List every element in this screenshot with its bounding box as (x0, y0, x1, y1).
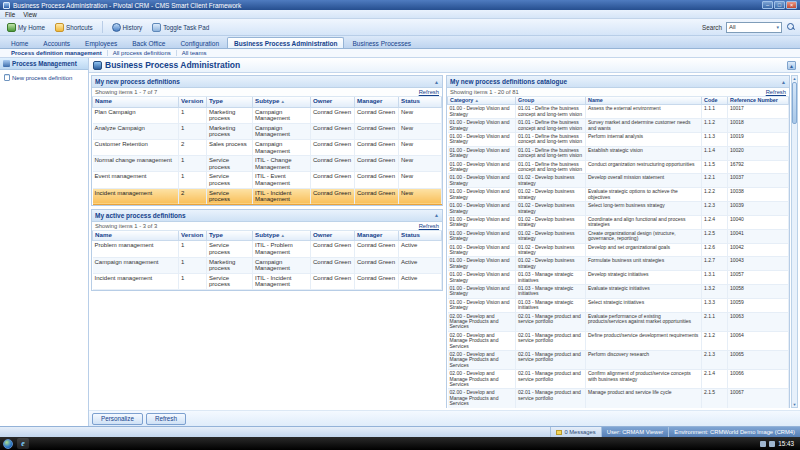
ribbon-tab[interactable]: Back Office (125, 37, 172, 48)
panel-header[interactable]: My active process definitions ▲ (92, 210, 442, 222)
table-row[interactable]: 01.00 - Develop Vision and Strategy01.02… (448, 188, 789, 202)
table-row[interactable]: 01.00 - Develop Vision and Strategy01.03… (448, 284, 789, 298)
table-row[interactable]: Normal change management1Service process… (93, 156, 442, 172)
column-header[interactable]: Subtype▲ (253, 231, 311, 241)
table-row[interactable]: 01.00 - Develop Vision and Strategy01.02… (448, 257, 789, 271)
collapse-icon[interactable]: ▲ (434, 212, 439, 218)
table-row[interactable]: Campaign management1Marketing processCam… (93, 257, 442, 273)
table-cell: 10057 (728, 271, 789, 285)
subnav-link[interactable]: All teams (176, 50, 212, 56)
column-header[interactable]: Status (399, 97, 442, 107)
column-header[interactable]: Name (93, 231, 179, 241)
table-cell: 1.2.6 (702, 243, 728, 257)
table-row[interactable]: Event management1Service processITIL - E… (93, 172, 442, 188)
column-header[interactable]: Category▲ (448, 97, 516, 105)
table-row[interactable]: 01.00 - Develop Vision and Strategy01.02… (448, 229, 789, 243)
column-header[interactable]: Reference Number (728, 97, 789, 105)
search-scope-select[interactable]: All ▾ (726, 22, 782, 33)
subnav-link[interactable]: Process definition management (6, 50, 107, 56)
table-cell: 01.02 - Develop business strategy (516, 174, 586, 188)
table-row[interactable]: Incident management2Service processITIL … (93, 188, 442, 204)
panel-header[interactable]: My new process definitions ▲ (92, 76, 442, 88)
table-row[interactable]: Incident management1Service processITIL … (93, 273, 442, 289)
ribbon-tab[interactable]: Configuration (173, 37, 226, 48)
table-row[interactable]: 01.00 - Develop Vision and Strategy01.01… (448, 160, 789, 174)
ribbon-tab[interactable]: Accounts (36, 37, 77, 48)
table-row[interactable]: 01.00 - Develop Vision and Strategy01.01… (448, 105, 789, 119)
internet-explorer-icon[interactable]: e (17, 438, 29, 449)
menu-file[interactable]: File (5, 11, 15, 18)
personalize-button[interactable]: Personalize (92, 413, 143, 425)
messages-status[interactable]: 0 Messages (550, 427, 600, 437)
table-row[interactable]: 01.00 - Develop Vision and Strategy01.02… (448, 202, 789, 216)
column-header[interactable]: Group (516, 97, 586, 105)
collapse-icon[interactable]: ▲ (434, 79, 439, 85)
column-header[interactable]: Version (179, 231, 207, 241)
taskbar-clock[interactable]: 15:43 (778, 440, 794, 447)
panel-header[interactable]: My new process definitions catalogue ▲ (447, 76, 789, 88)
refresh-link[interactable]: Refresh (419, 89, 439, 95)
collapse-icon[interactable]: ▲ (781, 79, 786, 85)
tray-icon[interactable] (760, 441, 766, 447)
table-cell: 01.00 - Develop Vision and Strategy (448, 119, 516, 133)
column-header[interactable]: Manager (355, 97, 399, 107)
column-header[interactable]: Name (93, 97, 179, 107)
column-header[interactable]: Name (586, 97, 702, 105)
table-cell: 1.1.4 (702, 146, 728, 160)
toggle-task-pad-button[interactable]: Toggle Task Pad (149, 22, 212, 33)
table-row[interactable]: Customer Retention2Sales processCampaign… (93, 139, 442, 155)
close-icon[interactable]: × (786, 1, 797, 9)
column-header[interactable]: Type (207, 97, 253, 107)
sidebar-item-new-process-definition[interactable]: New process definition (2, 73, 86, 82)
table-cell: Marketing process (207, 257, 253, 273)
column-header[interactable]: Owner (311, 231, 355, 241)
table-row[interactable]: 01.00 - Develop Vision and Strategy01.03… (448, 271, 789, 285)
table-row[interactable]: 01.00 - Develop Vision and Strategy01.02… (448, 174, 789, 188)
my-home-button[interactable]: My Home (4, 22, 48, 33)
table-row[interactable]: Problem management1Service processITIL -… (93, 241, 442, 257)
column-header[interactable]: Version (179, 97, 207, 107)
table-row[interactable]: Analyze Campaign1Marketing processCampai… (93, 123, 442, 139)
table-row[interactable]: 01.00 - Develop Vision and Strategy01.03… (448, 298, 789, 312)
column-header[interactable]: Subtype▲ (253, 97, 311, 107)
scroll-down-icon[interactable]: ▼ (793, 402, 797, 407)
table-row[interactable]: Plan Campaign1Marketing processCampaign … (93, 107, 442, 123)
table-row[interactable]: 02.00 - Develop and Manage Products and … (448, 389, 789, 408)
minimize-icon[interactable]: – (762, 1, 773, 9)
maximize-icon[interactable]: □ (774, 1, 785, 9)
scrollbar-thumb[interactable] (792, 82, 797, 124)
menu-view[interactable]: View (23, 11, 37, 18)
column-header[interactable]: Type (207, 231, 253, 241)
search-icon[interactable] (786, 22, 796, 32)
column-header[interactable]: Status (399, 231, 442, 241)
table-row[interactable]: 01.00 - Develop Vision and Strategy01.02… (448, 243, 789, 257)
column-header[interactable]: Owner (311, 97, 355, 107)
window-titlebar: Business Process Administration - Pivota… (0, 0, 800, 10)
refresh-button[interactable]: Refresh (146, 413, 186, 425)
table-row[interactable]: 02.00 - Develop and Manage Products and … (448, 312, 789, 331)
table-row[interactable]: 02.00 - Develop and Manage Products and … (448, 351, 789, 370)
ribbon-tab[interactable]: Employees (78, 37, 124, 48)
shortcuts-button[interactable]: Shortcuts (52, 22, 96, 33)
column-header[interactable]: Manager (355, 231, 399, 241)
vertical-scrollbar[interactable]: ▲ ▼ (791, 75, 798, 408)
table-row[interactable]: 01.00 - Develop Vision and Strategy01.02… (448, 215, 789, 229)
table-row[interactable]: 01.00 - Develop Vision and Strategy01.01… (448, 133, 789, 147)
table-row[interactable]: 02.00 - Develop and Manage Products and … (448, 370, 789, 389)
scroll-up-icon[interactable]: ▲ (793, 76, 797, 81)
column-header[interactable]: Code (702, 97, 728, 105)
table-row[interactable]: 02.00 - Develop and Manage Products and … (448, 331, 789, 350)
ribbon-tab[interactable]: Home (4, 37, 35, 48)
ribbon-tab[interactable]: Business Processes (345, 37, 418, 48)
start-button[interactable] (3, 439, 13, 449)
history-button[interactable]: History (109, 22, 146, 33)
ribbon-tab[interactable]: Business Process Administration (227, 37, 344, 48)
user-status: User: CRMAM Viewer (601, 427, 669, 437)
panel-toggle-icon[interactable]: ▲ (787, 61, 796, 70)
table-row[interactable]: 01.00 - Develop Vision and Strategy01.01… (448, 146, 789, 160)
table-row[interactable]: 01.00 - Develop Vision and Strategy01.01… (448, 119, 789, 133)
refresh-link[interactable]: Refresh (766, 89, 786, 95)
tray-icon[interactable] (769, 441, 775, 447)
subnav-link[interactable]: All process definitions (107, 50, 176, 56)
refresh-link[interactable]: Refresh (419, 223, 439, 229)
